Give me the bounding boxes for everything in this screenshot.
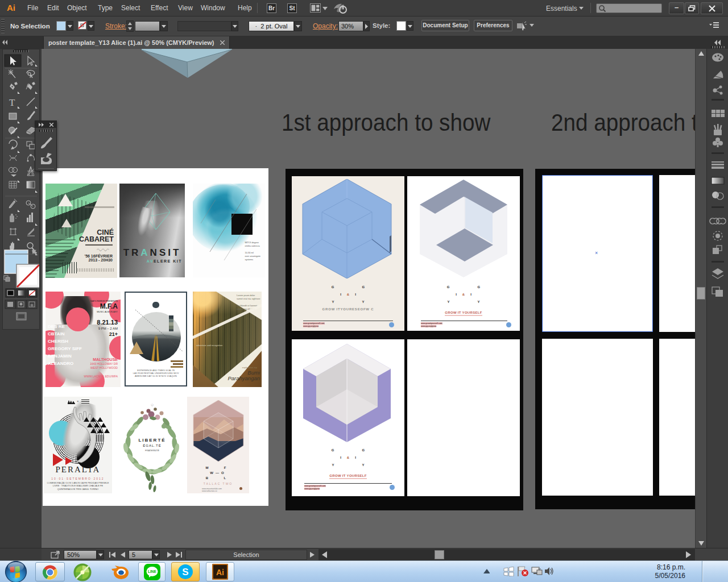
- svg-text:T: T: [9, 97, 15, 108]
- svg-text:LINE: LINE: [148, 569, 156, 573]
- svg-text:S: S: [182, 567, 188, 577]
- svg-text:Ai: Ai: [216, 568, 224, 577]
